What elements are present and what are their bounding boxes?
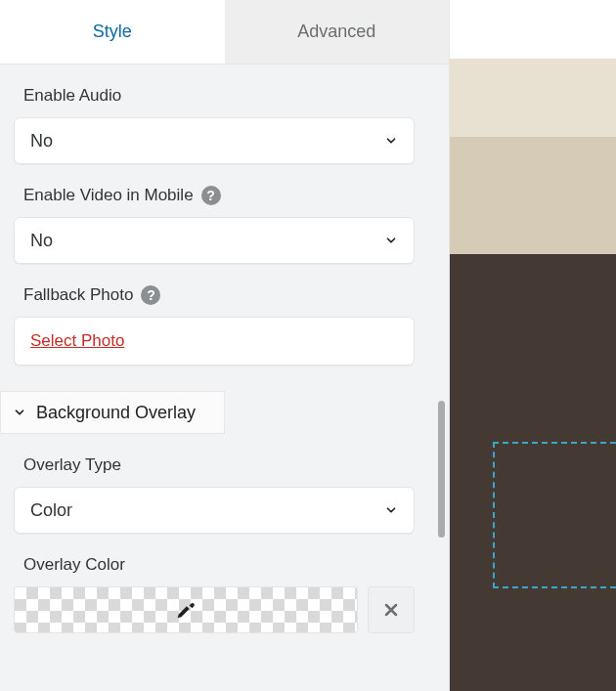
fallback-photo-box: Select Photo (14, 317, 415, 366)
enable-audio-value: No (30, 131, 53, 151)
help-icon[interactable]: ? (201, 186, 221, 205)
enable-video-mobile-label: Enable Video in Mobile (23, 186, 194, 205)
select-photo-link[interactable]: Select Photo (30, 331, 124, 351)
scrollbar-thumb[interactable] (438, 401, 445, 538)
canvas-preview[interactable] (450, 0, 616, 691)
tab-advanced[interactable]: Advanced (225, 0, 450, 65)
overlay-color-label-row: Overlay Color (14, 534, 435, 586)
overlay-type-label: Overlay Type (23, 455, 121, 475)
section-title: Background Overlay (36, 403, 196, 423)
overlay-color-label: Overlay Color (23, 555, 125, 575)
overlay-type-label-row: Overlay Type (14, 434, 435, 487)
help-icon[interactable]: ? (141, 285, 160, 305)
enable-video-mobile-value: No (30, 231, 53, 251)
fallback-photo-label-row: Fallback Photo ? (14, 264, 435, 317)
chevron-down-icon (13, 406, 26, 419)
enable-audio-label-row: Enable Audio (14, 65, 435, 117)
tabs: Style Advanced (0, 0, 449, 65)
chevron-down-icon (384, 503, 398, 517)
settings-panel: Style Advanced Enable Audio No Enable Vi… (0, 0, 450, 691)
enable-video-mobile-select[interactable]: No (14, 217, 415, 264)
chevron-down-icon (384, 234, 398, 247)
overlay-color-swatch[interactable] (14, 586, 358, 633)
section-background-overlay[interactable]: Background Overlay (0, 391, 225, 434)
close-icon (381, 600, 401, 620)
clear-color-button[interactable] (368, 586, 415, 633)
fallback-photo-label: Fallback Photo (23, 285, 133, 305)
tab-style[interactable]: Style (0, 0, 225, 65)
chevron-down-icon (384, 134, 398, 148)
enable-video-mobile-label-row: Enable Video in Mobile ? (14, 164, 435, 217)
eyedropper-icon (175, 599, 197, 621)
enable-audio-select[interactable]: No (14, 117, 415, 164)
enable-audio-label: Enable Audio (23, 86, 121, 106)
overlay-type-value: Color (30, 500, 72, 521)
selection-outline (493, 442, 616, 588)
overlay-type-select[interactable]: Color (14, 487, 415, 534)
panel-content: Enable Audio No Enable Video in Mobile ?… (0, 65, 449, 691)
overlay-color-row (14, 586, 415, 633)
